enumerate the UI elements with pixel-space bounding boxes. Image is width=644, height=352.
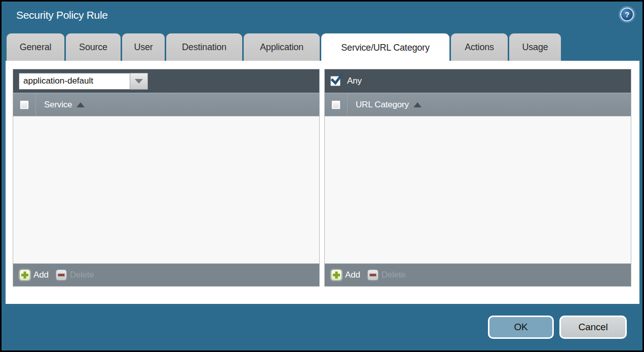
service-type-dropdown-button[interactable] <box>130 73 148 90</box>
any-label: Any <box>347 76 362 86</box>
tab-application[interactable]: Application <box>244 33 320 61</box>
sort-ascending-icon[interactable] <box>77 102 85 107</box>
green-plus-icon <box>19 269 30 281</box>
service-panel: Service Add Delete <box>13 69 320 287</box>
url-category-panel-toolbar: Any <box>325 69 631 93</box>
service-panel-footer: Add Delete <box>13 263 319 286</box>
triangle-down-icon <box>135 79 143 84</box>
url-category-grid-header: URL Category <box>325 93 631 116</box>
add-service-button[interactable]: Add <box>18 269 52 281</box>
service-type-input[interactable] <box>19 73 130 90</box>
delete-url-category-button[interactable]: Delete <box>366 269 409 281</box>
tab-actions[interactable]: Actions <box>451 33 508 61</box>
add-url-category-button[interactable]: Add <box>330 269 363 281</box>
tab-general[interactable]: General <box>7 33 64 61</box>
help-icon[interactable]: ? <box>620 8 634 21</box>
sort-ascending-icon[interactable] <box>413 102 422 107</box>
title-bar: Security Policy Rule ? <box>2 2 642 32</box>
url-category-panel: Any URL Category Add Delete <box>324 69 631 287</box>
dialog-content: Service Add Delete Any <box>6 61 639 304</box>
cancel-button[interactable]: Cancel <box>559 316 627 339</box>
service-type-combo <box>19 73 148 90</box>
url-category-list[interactable] <box>325 116 631 263</box>
select-all-url-categories-checkbox[interactable] <box>331 100 340 109</box>
tab-service-url-category[interactable]: Service/URL Category <box>321 33 449 62</box>
url-category-column-header: URL Category <box>356 100 409 110</box>
red-minus-icon <box>367 269 378 281</box>
page-title: Security Policy Rule <box>16 9 108 21</box>
service-panel-toolbar <box>13 69 319 93</box>
select-all-services-checkbox[interactable] <box>20 100 29 109</box>
tab-usage[interactable]: Usage <box>509 33 561 61</box>
header-divider <box>35 93 36 116</box>
red-minus-icon <box>56 269 67 281</box>
green-plus-icon <box>331 269 342 281</box>
any-checkbox[interactable] <box>330 76 340 86</box>
url-category-panel-footer: Add Delete <box>325 263 631 286</box>
tab-user[interactable]: User <box>122 33 165 61</box>
checkmark-icon <box>330 73 344 86</box>
tab-destination[interactable]: Destination <box>166 33 242 61</box>
tab-source[interactable]: Source <box>66 33 121 61</box>
service-grid-header: Service <box>13 93 319 116</box>
tab-bar: General Source User Destination Applicat… <box>7 33 562 61</box>
ok-button[interactable]: OK <box>488 316 554 339</box>
delete-service-button[interactable]: Delete <box>55 269 97 281</box>
header-divider <box>347 93 348 116</box>
service-list[interactable] <box>13 116 319 263</box>
service-column-header: Service <box>44 100 72 110</box>
